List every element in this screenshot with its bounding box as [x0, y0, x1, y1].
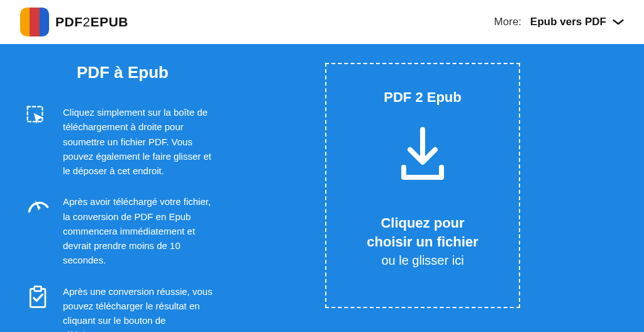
dropzone-wrapper: PDF 2 Epub Cliquez pour choisir un fichi… — [239, 63, 606, 308]
clipboard-check-icon — [25, 284, 52, 311]
brand-text: PDF2EPUB — [55, 14, 128, 30]
step-2-text: Après avoir téléchargé votre fichier, la… — [63, 194, 214, 267]
download-icon — [391, 123, 454, 189]
dropzone-sub-text: ou le glisser ici — [381, 253, 464, 268]
dropzone-title: PDF 2 Epub — [384, 89, 461, 106]
logo-mark-icon — [20, 8, 49, 36]
page-title: PDF à Epub — [25, 63, 220, 82]
dropzone-main-text: Cliquez pour choisir un fichier — [367, 214, 478, 251]
more-menu: More: Epub vers PDF — [494, 16, 624, 28]
file-dropzone[interactable]: PDF 2 Epub Cliquez pour choisir un fichi… — [325, 63, 520, 308]
more-label: More: — [494, 16, 521, 28]
chevron-down-icon — [613, 18, 624, 26]
header: PDF2EPUB More: Epub vers PDF — [0, 0, 644, 44]
hero-section: PDF à Epub Cliquez simplement sur la boî… — [0, 44, 644, 332]
step-1-text: Cliquez simplement sur la boîte de téléc… — [63, 105, 214, 178]
instructions-column: PDF à Epub Cliquez simplement sur la boî… — [25, 63, 220, 332]
cursor-select-icon — [25, 105, 52, 131]
step-3: Après une conversion réussie, vous pouve… — [25, 284, 220, 333]
step-3-text: Après une conversion réussie, vous pouve… — [63, 284, 214, 333]
step-2: Après avoir téléchargé votre fichier, la… — [25, 194, 220, 267]
step-1: Cliquez simplement sur la boîte de téléc… — [25, 105, 220, 178]
svg-rect-2 — [35, 286, 42, 290]
more-link-epub-to-pdf[interactable]: Epub vers PDF — [530, 16, 624, 28]
logo[interactable]: PDF2EPUB — [20, 8, 128, 36]
speed-gauge-icon — [25, 194, 52, 221]
